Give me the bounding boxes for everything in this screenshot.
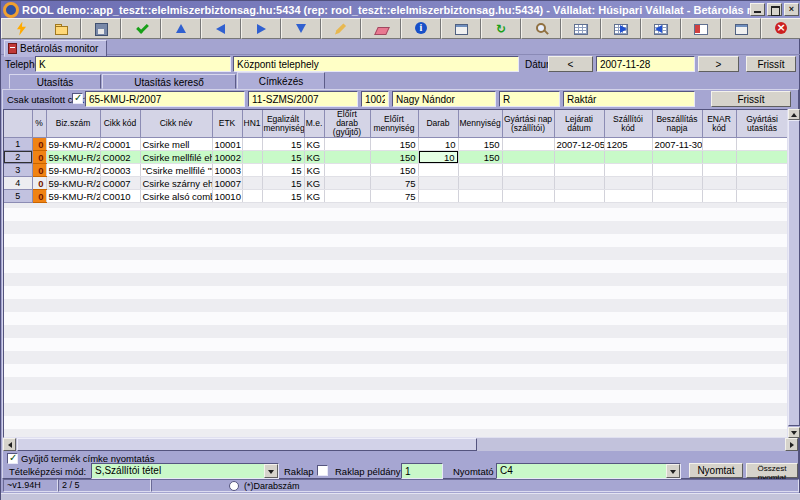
subtab-utas-t-s-keres-[interactable]: Utasítás kereső bbox=[102, 74, 236, 89]
edit-button[interactable] bbox=[321, 18, 361, 39]
table-row-4[interactable]: 4059-KMU-R/2007C0007Csirke szárny eh.100… bbox=[4, 177, 788, 190]
raklap-checkbox[interactable] bbox=[317, 465, 328, 476]
cell[interactable] bbox=[736, 151, 788, 164]
cell[interactable]: 10001 bbox=[212, 138, 242, 151]
chevron-down-icon[interactable] bbox=[264, 464, 278, 478]
column-header-17[interactable]: ENAR kód bbox=[702, 110, 736, 138]
cell[interactable]: 10007 bbox=[212, 177, 242, 190]
cell[interactable] bbox=[418, 177, 458, 190]
column-header-12[interactable]: Mennyiség bbox=[458, 110, 502, 138]
raktar-nev-filter-input[interactable] bbox=[563, 91, 695, 107]
column-header-11[interactable]: Darab bbox=[418, 110, 458, 138]
cell[interactable] bbox=[458, 190, 502, 203]
cell[interactable] bbox=[242, 177, 262, 190]
cell[interactable] bbox=[604, 151, 652, 164]
cell[interactable]: C0001 bbox=[100, 138, 140, 151]
cell[interactable] bbox=[242, 190, 262, 203]
column-header-3[interactable]: Cikk kód bbox=[100, 110, 140, 138]
cell[interactable]: 0 bbox=[32, 138, 46, 151]
cell-editor[interactable]: 10 bbox=[419, 151, 458, 163]
minimize-button[interactable] bbox=[750, 3, 765, 16]
column-header-8[interactable]: M.e. bbox=[304, 110, 324, 138]
print-view-button[interactable] bbox=[721, 18, 761, 39]
column-header-5[interactable]: ETK bbox=[212, 110, 242, 138]
cell[interactable] bbox=[652, 151, 702, 164]
dolgozo-nev-filter-input[interactable] bbox=[392, 91, 496, 107]
refresh-filter-button[interactable]: Frissít bbox=[711, 91, 791, 107]
cell[interactable]: 10 bbox=[418, 138, 458, 151]
refresh-button[interactable] bbox=[481, 18, 521, 39]
column-header-15[interactable]: Szállítói kód bbox=[604, 110, 652, 138]
cell[interactable]: 2007-11-30 bbox=[652, 138, 702, 151]
cell[interactable]: KG bbox=[304, 164, 324, 177]
column-header-7[interactable]: Egalizált mennyiség bbox=[262, 110, 304, 138]
cell[interactable] bbox=[554, 177, 604, 190]
cell[interactable] bbox=[458, 177, 502, 190]
cell[interactable]: 75 bbox=[370, 190, 418, 203]
column-header-14[interactable]: Lejárati dátum bbox=[554, 110, 604, 138]
next-record-button[interactable] bbox=[241, 18, 281, 39]
refresh-top-button[interactable]: Frissít bbox=[746, 56, 796, 72]
open-button[interactable] bbox=[41, 18, 81, 39]
cell[interactable] bbox=[652, 164, 702, 177]
cell[interactable]: Csirke mellfilé eh. bbox=[140, 151, 212, 164]
cell[interactable] bbox=[554, 151, 604, 164]
cell[interactable]: 0 bbox=[32, 190, 46, 203]
cell[interactable] bbox=[736, 190, 788, 203]
horizontal-scrollbar[interactable] bbox=[3, 438, 798, 451]
cell[interactable] bbox=[554, 190, 604, 203]
cell[interactable]: 2007-12-05 bbox=[554, 138, 604, 151]
raklap-peldany-input[interactable] bbox=[401, 463, 443, 479]
cell[interactable] bbox=[242, 164, 262, 177]
cell[interactable] bbox=[502, 177, 554, 190]
cell[interactable]: 3 bbox=[4, 164, 32, 177]
cell[interactable]: 15 bbox=[262, 151, 304, 164]
cell[interactable]: 150 bbox=[370, 164, 418, 177]
table-row-3[interactable]: 3059-KMU-R/2007C0003"Csirke mellfilé '"B… bbox=[4, 164, 788, 177]
cell[interactable]: C0002 bbox=[100, 151, 140, 164]
cell[interactable]: "Csirke mellfilé '"B"' eh." bbox=[140, 164, 212, 177]
cell[interactable]: 59-KMU-R/2007 bbox=[46, 138, 100, 151]
scroll-right-arrow[interactable] bbox=[785, 438, 798, 451]
cell[interactable]: 5 bbox=[4, 190, 32, 203]
cell[interactable] bbox=[702, 190, 736, 203]
column-header-13[interactable]: Gyártási nap (szállítói) bbox=[502, 110, 554, 138]
export-button[interactable] bbox=[601, 18, 641, 39]
cell[interactable] bbox=[324, 177, 370, 190]
csak-utasitott-checkbox[interactable] bbox=[72, 93, 83, 104]
scroll-up-arrow[interactable] bbox=[788, 109, 800, 120]
cell[interactable] bbox=[702, 151, 736, 164]
cell[interactable] bbox=[242, 151, 262, 164]
column-header-6[interactable]: HN1 bbox=[242, 110, 262, 138]
cell[interactable]: Csirke szárny eh. bbox=[140, 177, 212, 190]
cell[interactable]: Csirke alsó comb eh. bbox=[140, 190, 212, 203]
delete-button[interactable] bbox=[361, 18, 401, 39]
dolgozo-kod-filter-input[interactable] bbox=[361, 91, 389, 107]
accept-button[interactable] bbox=[121, 18, 161, 39]
cell[interactable] bbox=[702, 177, 736, 190]
cell[interactable]: 59-KMU-R/2007 bbox=[46, 164, 100, 177]
raktar-kod-filter-input[interactable] bbox=[499, 91, 560, 107]
cell[interactable]: 150 bbox=[458, 151, 502, 164]
import-button[interactable] bbox=[641, 18, 681, 39]
save-button[interactable] bbox=[81, 18, 121, 39]
cell[interactable] bbox=[652, 190, 702, 203]
cell[interactable]: 59-KMU-R/2007 bbox=[46, 177, 100, 190]
cell[interactable]: 0 bbox=[32, 177, 46, 190]
cell[interactable] bbox=[502, 138, 554, 151]
form-view-button[interactable] bbox=[441, 18, 481, 39]
table-row-2[interactable]: 2059-KMU-R/2007C0002Csirke mellfilé eh.1… bbox=[4, 151, 788, 164]
cell[interactable]: Csirke mell bbox=[140, 138, 212, 151]
nyomtato-select[interactable]: C4 bbox=[496, 463, 681, 479]
cell[interactable] bbox=[324, 190, 370, 203]
cell[interactable] bbox=[502, 151, 554, 164]
date-input[interactable] bbox=[596, 56, 695, 72]
subtab-c-mk-z-s[interactable]: Címkézés bbox=[237, 72, 325, 89]
cell[interactable]: 59-KMU-R/2007 bbox=[46, 190, 100, 203]
cell[interactable]: 150 bbox=[458, 138, 502, 151]
vertical-scroll-thumb[interactable] bbox=[788, 120, 800, 426]
date-prev-button[interactable]: < bbox=[548, 56, 593, 72]
column-header-9[interactable]: Előírt darab (gyűjtő) bbox=[324, 110, 370, 138]
column-header-4[interactable]: Cikk név bbox=[140, 110, 212, 138]
cell[interactable]: KG bbox=[304, 138, 324, 151]
